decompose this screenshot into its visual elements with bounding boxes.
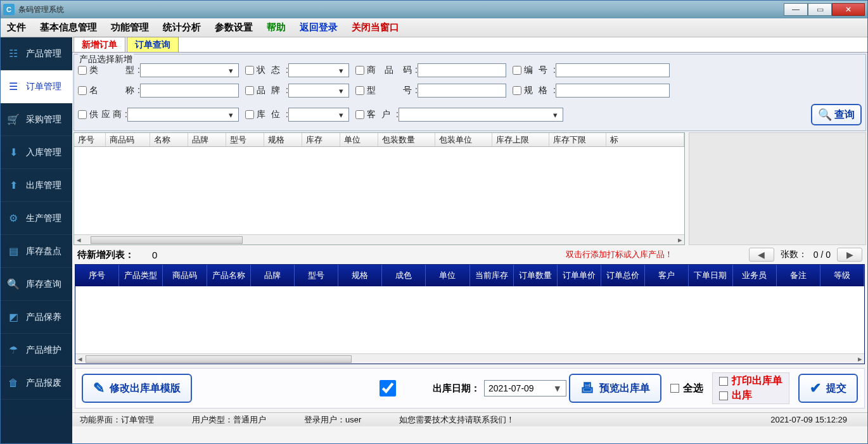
col2-grade[interactable]: 等级 bbox=[820, 265, 864, 286]
col2-date[interactable]: 下单日期 bbox=[689, 265, 732, 286]
col2-type[interactable]: 产品类型 bbox=[119, 265, 163, 286]
menu-params[interactable]: 参数设置 bbox=[215, 22, 253, 34]
scroll-right-icon[interactable]: ▸ bbox=[855, 354, 864, 364]
close-button[interactable]: ✕ bbox=[832, 3, 865, 16]
customer-checkbox[interactable] bbox=[355, 110, 364, 119]
submit-button[interactable]: ✔提交 bbox=[798, 374, 858, 403]
col2-model[interactable]: 型号 bbox=[295, 265, 338, 286]
menu-basic[interactable]: 基本信息管理 bbox=[40, 22, 97, 34]
col2-name[interactable]: 产品名称 bbox=[207, 265, 251, 286]
col2-seq[interactable]: 序号 bbox=[75, 265, 119, 286]
maximize-button[interactable]: ▭ bbox=[808, 3, 832, 16]
tab-query-order[interactable]: 订单查询 bbox=[127, 37, 179, 52]
sidebar-item-maintain[interactable]: ◩产品保养 bbox=[1, 301, 72, 334]
col2-salesman[interactable]: 业务员 bbox=[733, 265, 777, 286]
col2-cond[interactable]: 成色 bbox=[382, 265, 426, 286]
sidebar-item-inbound[interactable]: ⬇入库管理 bbox=[1, 136, 72, 169]
sidebar-item-order[interactable]: ☰订单管理 bbox=[1, 70, 72, 103]
col-tag[interactable]: 标 bbox=[606, 133, 684, 146]
outbound-checkbox[interactable] bbox=[719, 391, 728, 400]
pager-next-button[interactable]: ▶ bbox=[837, 248, 862, 262]
scroll-thumb[interactable] bbox=[86, 355, 352, 363]
model-checkbox[interactable] bbox=[355, 86, 364, 95]
pending-grid-scrollbar[interactable]: ◂ ▸ bbox=[75, 353, 864, 364]
col-spec[interactable]: 规格 bbox=[264, 133, 302, 146]
col-lower[interactable]: 库存下限 bbox=[549, 133, 606, 146]
col2-brand[interactable]: 品牌 bbox=[251, 265, 295, 286]
minimize-button[interactable]: — bbox=[784, 3, 808, 16]
menu-back-login[interactable]: 返回登录 bbox=[300, 22, 338, 34]
scroll-thumb[interactable] bbox=[91, 236, 243, 244]
menu-close-window[interactable]: 关闭当窗口 bbox=[352, 22, 399, 34]
menu-stats[interactable]: 统计分析 bbox=[163, 22, 201, 34]
supplier-combo[interactable]: ▾ bbox=[127, 108, 239, 122]
spec-checkbox[interactable] bbox=[513, 86, 521, 95]
sidebar-item-purchase[interactable]: 🛒采购管理 bbox=[1, 103, 72, 136]
col-code[interactable]: 商品码 bbox=[106, 133, 150, 146]
loc-checkbox[interactable] bbox=[245, 110, 254, 119]
col2-total[interactable]: 订单总价 bbox=[601, 265, 645, 286]
brand-checkbox[interactable] bbox=[245, 86, 254, 95]
col-packqty[interactable]: 包装数量 bbox=[378, 133, 435, 146]
col-name[interactable]: 名称 bbox=[150, 133, 188, 146]
scroll-right-icon[interactable]: ▸ bbox=[675, 235, 684, 244]
col2-customer[interactable]: 客户 bbox=[645, 265, 689, 286]
product-grid[interactable]: 序号 商品码 名称 品牌 型号 规格 库存 单位 包装数量 包装单位 库存上限 … bbox=[73, 132, 685, 245]
sidebar-item-product[interactable]: ☷产品管理 bbox=[1, 37, 72, 70]
status-checkbox[interactable] bbox=[245, 66, 254, 75]
col-unit[interactable]: 单位 bbox=[340, 133, 378, 146]
model-input[interactable] bbox=[418, 84, 506, 98]
select-all[interactable]: 全选 bbox=[670, 382, 703, 395]
sidebar-item-stocktake[interactable]: ▤库存盘点 bbox=[1, 235, 72, 268]
supplier-checkbox[interactable] bbox=[78, 110, 87, 119]
sidebar-item-outbound[interactable]: ⬆出库管理 bbox=[1, 169, 72, 202]
sidebar-item-stockquery[interactable]: 🔍库存查询 bbox=[1, 268, 72, 301]
name-input[interactable] bbox=[140, 84, 239, 98]
no-checkbox[interactable] bbox=[513, 66, 521, 75]
col2-remark[interactable]: 备注 bbox=[777, 265, 820, 286]
status-combo[interactable]: ▾ bbox=[288, 63, 349, 77]
type-combo[interactable]: ▾ bbox=[140, 63, 239, 77]
code-checkbox[interactable] bbox=[355, 66, 364, 75]
sidebar-item-repair[interactable]: ☂产品维护 bbox=[1, 334, 72, 367]
col2-spec[interactable]: 规格 bbox=[338, 265, 382, 286]
scroll-left-icon[interactable]: ◂ bbox=[74, 235, 83, 244]
col2-qty[interactable]: 订单数量 bbox=[514, 265, 558, 286]
col-model[interactable]: 型号 bbox=[226, 133, 264, 146]
pager-prev-button[interactable]: ◀ bbox=[749, 248, 774, 262]
col2-price[interactable]: 订单单价 bbox=[558, 265, 601, 286]
col2-code[interactable]: 商品码 bbox=[163, 265, 207, 286]
sidebar-item-production[interactable]: ⚙生产管理 bbox=[1, 202, 72, 235]
query-button[interactable]: 🔍查询 bbox=[811, 104, 862, 125]
menu-file[interactable]: 文件 bbox=[7, 22, 26, 34]
col2-unit[interactable]: 单位 bbox=[426, 265, 469, 286]
tab-new-order[interactable]: 新增订单 bbox=[73, 37, 125, 52]
col-stock[interactable]: 库存 bbox=[302, 133, 340, 146]
scroll-left-icon[interactable]: ◂ bbox=[75, 354, 84, 364]
spec-input[interactable] bbox=[556, 84, 670, 98]
menu-help[interactable]: 帮助 bbox=[267, 22, 286, 34]
outbound-date-checkbox[interactable] bbox=[347, 380, 429, 396]
no-input[interactable] bbox=[556, 63, 670, 77]
name-checkbox[interactable] bbox=[78, 86, 87, 95]
code-input[interactable] bbox=[418, 63, 506, 77]
brand-combo[interactable]: ▾ bbox=[288, 84, 349, 98]
col-upper[interactable]: 库存上限 bbox=[492, 133, 549, 146]
pending-grid[interactable]: 序号 产品类型 商品码 产品名称 品牌 型号 规格 成色 单位 当前库存 订单数… bbox=[75, 264, 865, 364]
col-packunit[interactable]: 包装单位 bbox=[435, 133, 492, 146]
outbound-date-input[interactable] bbox=[484, 380, 566, 396]
col-brand[interactable]: 品牌 bbox=[188, 133, 226, 146]
loc-combo[interactable]: ▾ bbox=[288, 108, 349, 122]
modify-template-button[interactable]: ✎修改出库单模版 bbox=[82, 374, 192, 403]
select-all-checkbox[interactable] bbox=[670, 384, 679, 393]
print-checkbox[interactable] bbox=[719, 377, 728, 386]
customer-combo[interactable]: ▾ bbox=[399, 108, 563, 122]
product-grid-scrollbar[interactable]: ◂ ▸ bbox=[74, 234, 684, 244]
calendar-icon[interactable]: ▾ bbox=[555, 383, 560, 394]
col2-stock[interactable]: 当前库存 bbox=[470, 265, 514, 286]
type-checkbox[interactable] bbox=[78, 66, 87, 75]
menu-func[interactable]: 功能管理 bbox=[111, 22, 149, 34]
preview-button[interactable]: 🖶预览出库单 bbox=[569, 374, 661, 403]
col-seq[interactable]: 序号 bbox=[74, 133, 106, 146]
sidebar-item-scrap[interactable]: 🗑产品报废 bbox=[1, 367, 72, 400]
